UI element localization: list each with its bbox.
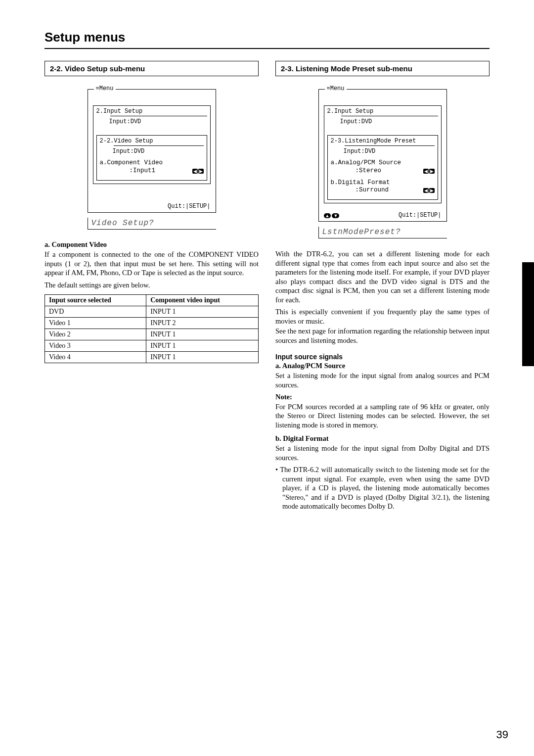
osd-input-setup-label: 2.Input Setup: [327, 108, 438, 115]
text-component-video: If a component is connected to the one o…: [44, 250, 259, 278]
text-intro-3: See the next page for information regard…: [275, 327, 490, 345]
osd-item-component-video: a.Component Video :Input1 ◀▶: [100, 159, 204, 175]
text-analog-pcm: Set a listening mode for the input signa…: [275, 371, 490, 389]
osd-input-dvd-2: Input:DVD: [342, 148, 378, 155]
page-number: 39: [496, 728, 508, 741]
display-lstn-mode: LstnModePreset?: [318, 227, 447, 238]
listening-mode-header: 2-3. Listening Mode Preset sub-menu: [275, 61, 490, 76]
left-right-icon: ◀▶: [423, 169, 435, 174]
text-intro-1: With the DTR-6.2, you can set a differen…: [275, 249, 490, 304]
td-inp: INPUT 1: [146, 306, 259, 318]
osd-level-video-setup: 2-2.Video Setup Input:DVD a.Component Vi…: [96, 135, 207, 181]
up-down-icon: ▲▼: [324, 213, 340, 218]
td-src: DVD: [45, 306, 146, 318]
td-src: Video 1: [45, 318, 146, 329]
osd-input-dvd-2: Input:DVD: [111, 148, 147, 155]
td-src: Video 4: [45, 352, 146, 363]
heading-input-source-signals: Input source signals: [275, 353, 490, 361]
osd-item-b-label: b.Digital Format: [331, 179, 435, 187]
table-row: Video 3 INPUT 1: [45, 340, 259, 352]
osd-menu-legend: =Menu: [325, 85, 347, 93]
display-video-setup: Video Setup?: [88, 218, 216, 230]
td-src: Video 3: [45, 340, 146, 352]
osd-menu-legend: =Menu: [94, 85, 116, 93]
osd-level-listening-mode: 2-3.ListeningMode Preset Input:DVD a.Ana…: [327, 135, 438, 200]
left-right-icon: ◀▶: [192, 169, 204, 174]
text-defaults-intro: The default settings are given below.: [44, 281, 259, 290]
td-inp: INPUT 1: [146, 340, 259, 352]
osd-quit-label: Quit:|SETUP|: [399, 212, 441, 219]
right-column: 2-3. Listening Mode Preset sub-menu =Men…: [275, 61, 490, 511]
defaults-table: Input source selected Component video in…: [44, 294, 259, 363]
text-intro-2: This is especially convenient if you fre…: [275, 307, 490, 326]
td-inp: INPUT 2: [146, 318, 259, 329]
video-setup-header: 2-2. Video Setup sub-menu: [44, 61, 259, 76]
table-row: Video 1 INPUT 2: [45, 318, 259, 329]
osd-item-analog-pcm: a.Analog/PCM Source :Stereo ◀▶: [331, 159, 435, 175]
osd-input-dvd-1: Input:DVD: [107, 118, 143, 126]
osd-listening-mode-label: 2-3.ListeningMode Preset: [331, 138, 435, 145]
osd-video-setup: =Menu 2.Input Setup Input:DVD 2-2.Video …: [88, 89, 216, 213]
osd-quit-label: Quit:|SETUP|: [168, 203, 210, 210]
osd-item-digital-format: b.Digital Format :Surround ◀▶: [331, 179, 435, 194]
td-inp: INPUT 1: [146, 329, 259, 340]
left-column: 2-2. Video Setup sub-menu =Menu 2.Input …: [44, 61, 259, 511]
left-right-icon: ◀▶: [423, 188, 435, 193]
bullet-auto-switch: The DTR-6.2 will automatically switch to…: [282, 465, 490, 511]
text-digital-format: Set a listening mode for the input signa…: [275, 444, 490, 462]
side-tab: [522, 262, 534, 366]
page-title: Setup menus: [44, 30, 490, 49]
osd-item-b-value: :Surround: [356, 187, 389, 194]
osd-video-setup-label: 2-2.Video Setup: [100, 138, 204, 145]
table-row: Video 4 INPUT 1: [45, 352, 259, 363]
td-inp: INPUT 1: [146, 352, 259, 363]
heading-component-video: a. Component Video: [44, 240, 259, 249]
table-row: DVD INPUT 1: [45, 306, 259, 318]
osd-input-setup-label: 2.Input Setup: [96, 108, 207, 115]
table-row: Video 2 INPUT 1: [45, 329, 259, 340]
osd-item-a-value: :Stereo: [356, 167, 382, 175]
text-note: For PCM sources recorded at a sampling r…: [275, 402, 490, 430]
th-input-source: Input source selected: [45, 295, 146, 306]
osd-listening-mode: =Menu 2.Input Setup Input:DVD 2-3.Listen…: [318, 89, 447, 222]
osd-item-a-value: :Input1: [130, 167, 156, 175]
osd-input-dvd-1: Input:DVD: [338, 118, 374, 126]
osd-level-input-setup: 2.Input Setup Input:DVD 2-2.Video Setup …: [93, 105, 211, 184]
heading-analog-pcm: a. Analog/PCM Source: [275, 362, 490, 370]
heading-note: Note:: [275, 393, 490, 401]
th-component-input: Component video input: [146, 295, 259, 306]
heading-digital-format: b. Digital Format: [275, 434, 490, 443]
osd-level-input-setup: 2.Input Setup Input:DVD 2-3.ListeningMod…: [324, 105, 442, 203]
osd-item-a-label: a.Analog/PCM Source: [331, 159, 435, 167]
td-src: Video 2: [45, 329, 146, 340]
osd-item-a-label: a.Component Video: [100, 159, 204, 167]
